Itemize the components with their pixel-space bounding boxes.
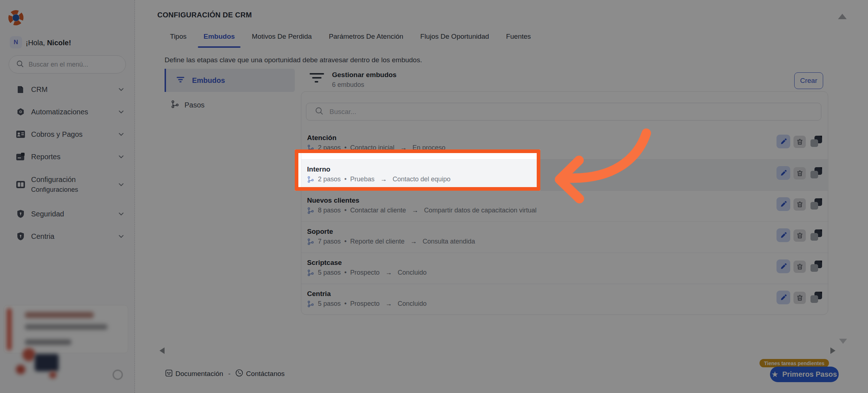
funnel-row-nuevos-clientes[interactable]: Nuevos clientes 8 pasos • Contactar al c… bbox=[301, 190, 829, 221]
panel-count: 6 embudos bbox=[332, 81, 364, 89]
shield-lock-icon bbox=[16, 209, 25, 219]
funnel-name: Atención bbox=[307, 134, 336, 142]
sidebar-item-crm[interactable]: CRM bbox=[0, 81, 135, 97]
subnav-label: Embudos bbox=[192, 76, 225, 85]
first-step: Contacto inicial bbox=[350, 144, 394, 152]
bullet: • bbox=[344, 269, 346, 276]
arrow-glyph: → bbox=[409, 207, 420, 214]
tab-parametros-de-atencion[interactable]: Parámetros De Atención bbox=[329, 33, 403, 43]
copy-button[interactable] bbox=[809, 290, 824, 305]
chevron-down-icon bbox=[118, 109, 124, 115]
sidebar-search bbox=[9, 55, 126, 73]
last-step: Concluido bbox=[397, 300, 426, 308]
shield-icon bbox=[16, 232, 25, 241]
tab-bar: Tipos Embudos Motivos De Perdida Parámet… bbox=[170, 31, 531, 44]
subnav-label: Pasos bbox=[184, 101, 205, 109]
last-step: Consulta atendida bbox=[422, 238, 475, 245]
first-step: Pruebas bbox=[350, 176, 374, 183]
edit-button[interactable] bbox=[776, 228, 790, 242]
tab-fuentes[interactable]: Fuentes bbox=[506, 33, 531, 43]
steps-icon bbox=[307, 176, 314, 183]
funnel-row-centria[interactable]: Centria 5 pasos • Prospecto → Concluido bbox=[301, 284, 829, 315]
edit-button[interactable] bbox=[776, 259, 790, 273]
getting-started-button[interactable]: ★ Primeros Pasos bbox=[770, 367, 839, 382]
edit-button[interactable] bbox=[776, 166, 790, 180]
edit-button[interactable] bbox=[776, 291, 790, 304]
search-icon bbox=[315, 107, 324, 117]
panel-title: Gestionar embudos bbox=[332, 71, 396, 79]
tab-embudos[interactable]: Embudos bbox=[204, 33, 235, 43]
funnel-name: Interno bbox=[307, 165, 330, 173]
sidebar-item-seguridad[interactable]: Seguridad bbox=[0, 206, 135, 222]
sidebar-search-input[interactable] bbox=[29, 61, 115, 68]
phone-icon bbox=[235, 369, 243, 379]
app-window: N ¡Hola, Nicole! CRM Automatizac bbox=[0, 0, 868, 393]
arrow-glyph: → bbox=[383, 300, 394, 308]
copy-button[interactable] bbox=[809, 166, 824, 180]
steps-count: 5 pasos bbox=[318, 300, 341, 308]
scroll-up-icon[interactable] bbox=[838, 14, 847, 19]
bullet: • bbox=[344, 207, 346, 214]
report-icon bbox=[16, 152, 25, 161]
document-icon bbox=[16, 85, 25, 94]
steps-icon bbox=[171, 100, 179, 110]
sidebar-item-label: CRM bbox=[31, 85, 48, 94]
delete-button[interactable] bbox=[793, 229, 806, 242]
first-step: Reporte del cliente bbox=[350, 238, 404, 245]
first-step: Prospecto bbox=[350, 269, 379, 276]
documentation-link[interactable]: Documentación bbox=[165, 369, 223, 379]
contact-link[interactable]: Contáctanos bbox=[235, 369, 285, 379]
last-step: Contacto del equipo bbox=[392, 176, 450, 183]
sidebar-item-label: Configuración bbox=[31, 176, 78, 184]
scroll-left-icon[interactable] bbox=[159, 347, 165, 354]
delete-button[interactable] bbox=[793, 292, 806, 304]
tab-motivos-de-perdida[interactable]: Motivos De Perdida bbox=[252, 33, 312, 43]
create-button[interactable]: Crear bbox=[794, 72, 823, 89]
first-step: Prospecto bbox=[350, 300, 379, 308]
steps-icon bbox=[307, 269, 314, 276]
sidebar-item-configuracion[interactable]: Configuración Configuraciones bbox=[0, 173, 135, 196]
copy-button[interactable] bbox=[809, 259, 824, 274]
steps-icon bbox=[307, 207, 314, 214]
subnav-item-pasos[interactable]: Pasos bbox=[171, 98, 205, 112]
steps-icon bbox=[307, 238, 314, 245]
funnel-icon bbox=[176, 76, 185, 85]
copy-button[interactable] bbox=[809, 228, 824, 242]
delete-button[interactable] bbox=[793, 167, 806, 179]
funnel-row-atencion[interactable]: Atención 2 pasos • Contacto inicial → En… bbox=[301, 128, 829, 159]
subnav-item-embudos[interactable]: Embudos bbox=[165, 69, 295, 92]
edit-button[interactable] bbox=[776, 197, 790, 211]
chevron-down-icon bbox=[118, 131, 124, 138]
delete-button[interactable] bbox=[793, 261, 806, 273]
scroll-right-icon[interactable] bbox=[830, 347, 835, 354]
sidebar-item-cobros-y-pagos[interactable]: Cobros y Pagos bbox=[0, 126, 135, 142]
tab-flujos-de-oportunidad[interactable]: Flujos De Oportunidad bbox=[420, 33, 489, 43]
funnel-row-interno[interactable]: Interno 2 pasos • Pruebas → Contacto del… bbox=[301, 159, 829, 190]
sidebar-item-label: Centria bbox=[31, 232, 54, 241]
bullet: • bbox=[344, 238, 346, 245]
scroll-down-icon[interactable] bbox=[839, 339, 847, 344]
sidebar-item-automatizaciones[interactable]: Automatizaciones bbox=[0, 104, 135, 120]
sidebar-item-centria[interactable]: Centria bbox=[0, 228, 135, 244]
list-search-input[interactable] bbox=[329, 108, 546, 116]
last-step: En proceso bbox=[412, 144, 445, 152]
bullet: • bbox=[344, 176, 346, 183]
app-logo-icon bbox=[7, 9, 25, 26]
delete-button[interactable] bbox=[793, 136, 806, 148]
tab-tipos[interactable]: Tipos bbox=[170, 33, 187, 43]
delete-button[interactable] bbox=[793, 198, 806, 211]
funnel-row-soporte[interactable]: Soporte 7 pasos • Reporte del cliente → … bbox=[301, 221, 829, 253]
copy-button[interactable] bbox=[809, 134, 824, 149]
copy-button[interactable] bbox=[809, 197, 824, 211]
redacted-button bbox=[113, 370, 123, 380]
pending-tasks-badge: Tienes tareas pendientes bbox=[760, 359, 829, 367]
funnel-row-scriptcase[interactable]: Scriptcase 5 pasos • Prospecto → Conclui… bbox=[301, 253, 829, 284]
id-card-icon bbox=[16, 130, 25, 139]
steps-count: 7 pasos bbox=[318, 238, 341, 245]
arrow-glyph: → bbox=[408, 238, 419, 245]
steps-count: 2 pasos bbox=[318, 144, 341, 152]
automation-icon bbox=[16, 107, 25, 117]
funnel-name: Centria bbox=[307, 290, 331, 298]
edit-button[interactable] bbox=[776, 135, 790, 148]
sidebar-item-reportes[interactable]: Reportes bbox=[0, 149, 135, 165]
